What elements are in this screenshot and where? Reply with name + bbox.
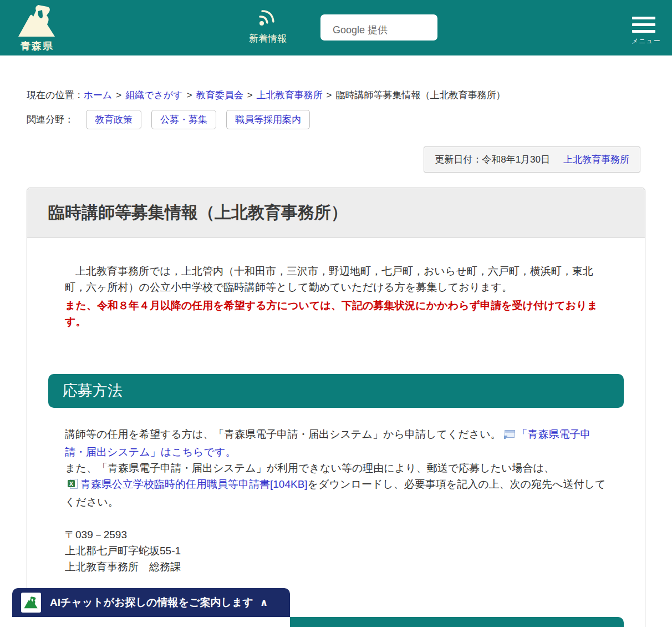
ai-chat-collapsed-body [12,617,290,627]
breadcrumb-prefix: 現在の位置： [27,90,83,100]
address-office: 上北教育事務所 総務課 [65,559,607,575]
new-info-button[interactable]: 新着情報 [243,9,293,45]
chat-mountain-icon [23,596,39,609]
breadcrumb-link-board[interactable]: 教育委員会 [196,90,243,100]
article-title-bar: 臨時講師等募集情報（上北教育事務所） [27,188,645,238]
section-header-apply: 応募方法 [48,374,624,408]
related-fields-label: 関連分野： [27,113,74,126]
breadcrumb-link-org[interactable]: 組織でさがす [125,90,183,100]
site-search-box [320,14,437,41]
ai-chat-logo [21,593,41,613]
intro-paragraph: 上北教育事務所では，上北管内（十和田市，三沢市，野辺地町，七戸町，おいらせ町，六… [65,263,607,295]
hamburger-icon [632,17,656,33]
tag-public-recruitment[interactable]: 公募・募集 [151,110,216,129]
breadcrumb-separator: > [247,90,253,100]
ai-chat-label: AIチャットがお探しの情報をご案内します [50,595,253,610]
menu-button[interactable]: メニュー [632,17,656,46]
article-content: 上北教育事務所では，上北管内（十和田市，三沢市，野辺地町，七戸町，おいらせ町，六… [27,238,645,627]
address-street: 上北郡七戸町字蛇坂55-1 [65,543,607,559]
chevron-up-icon: ∧ [260,596,268,609]
update-info-box: 更新日付：令和8年1月30日上北教育事務所 [424,146,640,173]
related-fields-row: 関連分野： 教育政策 公募・募集 職員等採用案内 [27,110,320,129]
menu-label: メニュー [632,37,656,46]
update-date-text: 更新日付：令和8年1月30日 [435,154,550,165]
new-info-label: 新着情報 [243,32,293,45]
tag-education-policy[interactable]: 教育政策 [86,110,141,129]
rss-icon [257,20,279,29]
article-box: 臨時講師等募集情報（上北教育事務所） 上北教育事務所では，上北管内（十和田市，三… [27,188,645,627]
tag-staff-recruitment[interactable]: 職員等採用案内 [226,110,310,129]
address-postal-code: 〒039－2593 [65,527,607,543]
ai-chat-toggle-bar[interactable]: AIチャットがお探しの情報をご案内します ∧ [12,588,290,617]
svg-text:X: X [69,481,74,487]
aomori-pref-logo[interactable]: 青森県 [12,3,62,54]
application-form-download-link[interactable]: 青森県公立学校臨時的任用職員等申請書[104KB] [80,478,308,490]
apply-text: 講師等の任用を希望する方は、「青森県電子申請・届出システム」から申請してください… [65,428,501,440]
breadcrumb-current-page: 臨時講師等募集情報（上北教育事務所） [336,90,506,100]
excel-file-icon: X [67,478,78,494]
logo-text: 青森県 [12,39,62,53]
mailing-address-block: 〒039－2593 上北郡七戸町字蛇坂55-1 上北教育事務所 総務課 [65,527,607,575]
mail-apply-text: また、「青森県電子申請・届出システム」が利用できない等の理由により、郵送で応募し… [65,462,554,474]
ai-chat-widget: AIチャットがお探しの情報をご案内します ∧ [12,588,290,627]
breadcrumb-separator: > [116,90,121,100]
breadcrumb-link-office[interactable]: 上北教育事務所 [257,90,323,100]
update-office-link[interactable]: 上北教育事務所 [563,154,629,165]
search-input[interactable] [320,14,437,41]
new-window-icon [503,428,515,444]
breadcrumb-separator: > [327,90,332,100]
page-title: 臨時講師等募集情報（上北教育事務所） [48,201,348,224]
breadcrumb: 現在の位置：ホーム>組織でさがす>教育委員会>上北教育事務所>臨時講師等募集情報… [27,89,648,102]
apply-paragraph: 講師等の任用を希望する方は、「青森県電子申請・届出システム」から申請してください… [65,426,607,510]
aomori-mountain-icon [12,3,62,39]
breadcrumb-separator: > [187,90,192,100]
intro-warning-text: また、令和８年４月以降の任用を希望する方については、下記の募集状況にかかわらず申… [65,297,607,330]
breadcrumb-link-home[interactable]: ホーム [83,90,112,100]
site-header: 青森県 新着情報 メニュー [0,0,672,55]
